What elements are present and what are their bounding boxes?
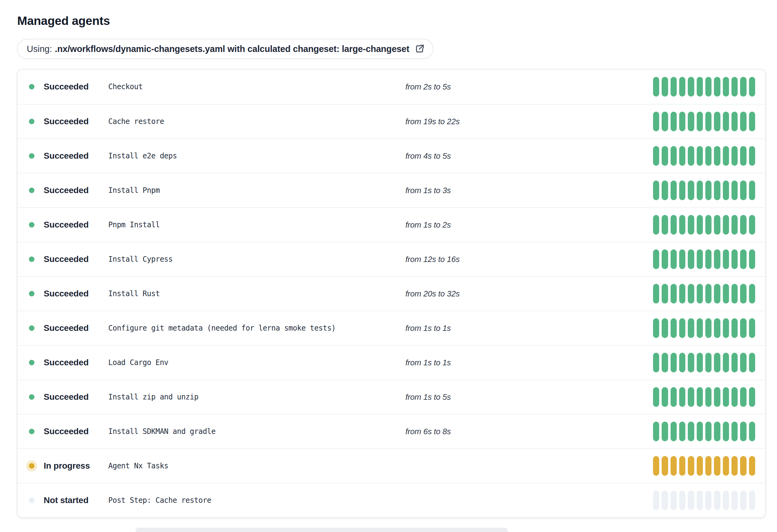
progress-segment (749, 112, 755, 131)
progress-segment (653, 249, 659, 269)
step-duration: from 2s to 5s (406, 82, 653, 92)
progress-segment (705, 284, 711, 303)
progress-segment (714, 112, 720, 131)
progress-segment (732, 180, 738, 200)
step-name: Install SDKMAN and gradle (108, 427, 406, 436)
progress-bar (653, 491, 755, 510)
agent-step-row[interactable]: Succeeded Pnpm Install from 1s to 2s (17, 207, 765, 242)
progress-segment (723, 353, 729, 372)
progress-segment (653, 353, 659, 372)
progress-segment (705, 422, 711, 441)
progress-bar (653, 318, 755, 338)
progress-segment (688, 112, 694, 131)
progress-segment (697, 146, 703, 166)
agent-step-row[interactable]: Succeeded Install Cypress from 12s to 16… (17, 242, 765, 276)
progress-segment (749, 422, 755, 441)
progress-segment (697, 387, 703, 407)
step-name: Checkout (108, 83, 406, 91)
agent-step-row[interactable]: Succeeded Install Pnpm from 1s to 3s (17, 173, 765, 207)
progress-segment (714, 180, 720, 200)
step-name: Install Rust (108, 289, 406, 298)
external-link-icon[interactable] (414, 44, 425, 54)
status-dot (29, 325, 34, 331)
progress-segment (749, 318, 755, 338)
progress-segment (679, 180, 685, 200)
status-dot (29, 463, 34, 469)
progress-segment (653, 387, 659, 407)
progress-segment (732, 249, 738, 269)
progress-segment (671, 215, 677, 235)
step-duration: from 1s to 1s (406, 358, 653, 368)
progress-segment (662, 422, 668, 441)
agent-step-row[interactable]: In progress Agent Nx Tasks (17, 448, 765, 483)
step-name: Post Step: Cache restore (108, 496, 406, 505)
progress-segment (653, 215, 659, 235)
agent-step-row[interactable]: Not started Post Step: Cache restore (17, 483, 765, 517)
progress-segment (714, 422, 720, 441)
status-label: Succeeded (44, 392, 108, 402)
page-title: Managed agents (17, 14, 766, 28)
progress-segment (714, 146, 720, 166)
step-duration: from 20s to 32s (406, 289, 653, 299)
status-label: Succeeded (44, 220, 108, 230)
progress-segment (740, 215, 746, 235)
status-label: Succeeded (44, 151, 108, 161)
status-label: Not started (44, 495, 108, 505)
progress-bar (653, 180, 755, 200)
agent-step-row[interactable]: Succeeded Install SDKMAN and gradle from… (17, 414, 765, 448)
progress-segment (705, 77, 711, 97)
progress-segment (688, 180, 694, 200)
status-dot (29, 256, 34, 262)
progress-segment (697, 491, 703, 510)
agent-step-row[interactable]: Succeeded Cache restore from 19s to 22s (17, 104, 765, 138)
progress-segment (697, 422, 703, 441)
progress-bar (653, 284, 755, 303)
progress-segment (749, 353, 755, 372)
progress-segment (714, 456, 720, 476)
progress-segment (688, 215, 694, 235)
status-label: Succeeded (44, 82, 108, 92)
progress-segment (732, 353, 738, 372)
progress-segment (697, 77, 703, 97)
progress-segment (749, 249, 755, 269)
progress-segment (688, 387, 694, 407)
agent-step-row[interactable]: Succeeded Load Cargo Env from 1s to 1s (17, 345, 765, 380)
progress-segment (653, 422, 659, 441)
progress-segment (749, 284, 755, 303)
status-dot (29, 429, 34, 434)
agent-step-row[interactable]: Succeeded Checkout from 2s to 5s (17, 70, 765, 104)
progress-segment (749, 180, 755, 200)
status-label: Succeeded (44, 289, 108, 299)
progress-segment (671, 77, 677, 97)
progress-segment (662, 112, 668, 131)
progress-segment (679, 146, 685, 166)
workflow-source-badge[interactable]: Using: .nx/workflows/dynamic-changesets.… (17, 39, 433, 59)
progress-segment (705, 353, 711, 372)
progress-segment (723, 77, 729, 97)
progress-segment (679, 284, 685, 303)
agent-step-row[interactable]: Succeeded Install e2e deps from 4s to 5s (17, 138, 765, 173)
status-dot (29, 84, 34, 90)
agent-step-row[interactable]: Succeeded Configure git metadata (needed… (17, 310, 765, 345)
progress-segment (705, 249, 711, 269)
progress-bar (653, 112, 755, 131)
progress-segment (705, 387, 711, 407)
status-label: Succeeded (44, 358, 108, 368)
progress-segment (679, 422, 685, 441)
progress-segment (740, 77, 746, 97)
step-duration: from 1s to 2s (406, 220, 653, 230)
step-name: Pnpm Install (108, 221, 406, 229)
progress-segment (662, 318, 668, 338)
progress-segment (688, 146, 694, 166)
status-label: Succeeded (44, 254, 108, 264)
status-label: In progress (44, 461, 108, 471)
progress-segment (749, 146, 755, 166)
progress-segment (653, 180, 659, 200)
agent-step-row[interactable]: Succeeded Install zip and unzip from 1s … (17, 380, 765, 414)
progress-segment (705, 215, 711, 235)
agent-step-row[interactable]: Succeeded Install Rust from 20s to 32s (17, 276, 765, 310)
progress-segment (662, 284, 668, 303)
step-duration: from 4s to 5s (406, 151, 653, 161)
progress-segment (662, 249, 668, 269)
progress-segment (662, 146, 668, 166)
